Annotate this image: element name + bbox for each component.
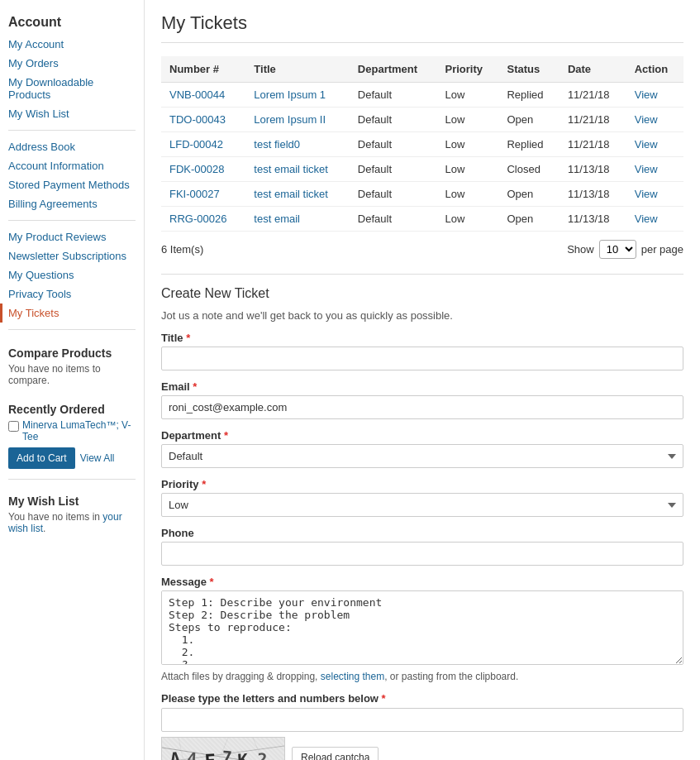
ticket-department: Default [350, 83, 437, 108]
email-input[interactable] [161, 395, 683, 419]
sidebar-item-address-book[interactable]: Address Book [0, 137, 144, 156]
view-link[interactable]: View [635, 113, 658, 126]
ticket-title[interactable]: test email ticket [245, 157, 350, 182]
table-row: LFD-00042test field0DefaultLowReplied11/… [161, 132, 683, 157]
recently-ordered-item: Minerva LumaTech™; V-Tee [8, 419, 136, 442]
ticket-date: 11/21/18 [560, 132, 626, 157]
view-all-link[interactable]: View All [80, 452, 115, 464]
captcha-image: A 4 F 7 K 2 [161, 737, 285, 760]
wishlist-empty-suffix: . [43, 523, 45, 534]
page-title: My Tickets [161, 12, 683, 43]
sidebar-item-account-information[interactable]: Account Information [0, 156, 144, 175]
sidebar-item-my-questions[interactable]: My Questions [0, 265, 144, 284]
view-link[interactable]: View [635, 138, 658, 151]
ticket-title[interactable]: test field0 [245, 132, 350, 157]
sidebar-divider3 [8, 329, 136, 330]
col-date: Date [560, 56, 626, 83]
compare-products-section: Compare Products You have no items to co… [0, 337, 144, 394]
title-field-group: Title * [161, 332, 683, 370]
attach-note: Attach files by dragging & dropping, sel… [161, 671, 683, 682]
message-textarea[interactable] [161, 590, 683, 665]
department-select[interactable]: Default [161, 444, 683, 468]
sidebar-item-privacy-tools[interactable]: Privacy Tools [0, 284, 144, 304]
phone-input[interactable] [161, 542, 683, 566]
ticket-title[interactable]: test email [245, 207, 350, 232]
ticket-department: Default [350, 132, 437, 157]
view-link[interactable]: View [635, 88, 658, 101]
create-ticket-title: Create New Ticket [161, 286, 683, 301]
tickets-table-head: Number #TitleDepartmentPriorityStatusDat… [161, 56, 683, 83]
ticket-number[interactable]: FDK-00028 [161, 157, 245, 182]
compare-products-empty: You have no items to compare. [8, 363, 136, 386]
reload-captcha-button[interactable]: Reload captcha [292, 747, 379, 760]
sidebar-item-newsletter-subscriptions[interactable]: Newsletter Subscriptions [0, 246, 144, 265]
sidebar-item-stored-payment-methods[interactable]: Stored Payment Methods [0, 175, 144, 194]
add-to-cart-button[interactable]: Add to Cart [8, 447, 75, 469]
account-title: Account [8, 15, 136, 30]
sidebar-item-my-wish-list[interactable]: My Wish List [0, 104, 144, 123]
ticket-status: Replied [498, 132, 559, 157]
priority-field-group: Priority * LowMediumHigh [161, 478, 683, 517]
sidebar-item-my-product-reviews[interactable]: My Product Reviews [0, 227, 144, 246]
ticket-priority: Low [436, 132, 498, 157]
sidebar-divider4 [8, 479, 136, 480]
ticket-department: Default [350, 157, 437, 182]
wishlist-empty-prefix: You have no items in [8, 511, 102, 523]
pagination-row: 6 Item(s) Show 102050 per page [161, 240, 683, 259]
ticket-priority: Low [436, 182, 498, 207]
ticket-number[interactable]: TDO-00043 [161, 108, 245, 132]
priority-label: Priority * [161, 478, 683, 490]
department-label: Department * [161, 429, 683, 442]
product-checkbox[interactable] [8, 421, 19, 432]
attach-select-link[interactable]: selecting them [321, 671, 384, 682]
ticket-priority: Low [436, 157, 498, 182]
table-row: RRG-00026test emailDefaultLowOpen11/13/1… [161, 207, 683, 232]
ticket-action[interactable]: View [626, 132, 683, 157]
recently-ordered-actions: Add to Cart View All [8, 447, 136, 469]
ticket-status: Replied [498, 83, 559, 108]
ticket-action[interactable]: View [626, 182, 683, 207]
ticket-number[interactable]: FKI-00027 [161, 182, 245, 207]
col-number-: Number # [161, 56, 245, 83]
captcha-input[interactable] [161, 708, 683, 732]
main-content: My Tickets Number #TitleDepartmentPriori… [145, 0, 700, 760]
wishlist-title: My Wish List [8, 495, 136, 508]
ticket-number[interactable]: RRG-00026 [161, 207, 245, 232]
department-required-marker: * [224, 429, 228, 442]
col-action: Action [626, 56, 683, 83]
title-input[interactable] [161, 347, 683, 370]
ticket-date: 11/13/18 [560, 182, 626, 207]
ticket-action[interactable]: View [626, 108, 683, 132]
ticket-date: 11/21/18 [560, 83, 626, 108]
per-page-select[interactable]: 102050 [599, 240, 636, 259]
ticket-department: Default [350, 207, 437, 232]
table-row: FDK-00028test email ticketDefaultLowClos… [161, 157, 683, 182]
message-required-marker: * [210, 576, 214, 588]
account-header: Account [0, 8, 144, 35]
sidebar-item-my-orders[interactable]: My Orders [0, 54, 144, 73]
sidebar-item-my-account[interactable]: My Account [0, 35, 144, 54]
col-title: Title [245, 56, 350, 83]
sidebar-item-my-downloadable-products[interactable]: My Downloadable Products [0, 73, 144, 104]
ticket-title[interactable]: test email ticket [245, 182, 350, 207]
per-page-label: per page [641, 243, 683, 256]
sidebar-divider2 [8, 220, 136, 221]
ticket-action[interactable]: View [626, 207, 683, 232]
ticket-action[interactable]: View [626, 83, 683, 108]
view-link[interactable]: View [635, 213, 658, 225]
ticket-status: Open [498, 207, 559, 232]
ticket-number[interactable]: LFD-00042 [161, 132, 245, 157]
sidebar-item-billing-agreements[interactable]: Billing Agreements [0, 194, 144, 213]
priority-select[interactable]: LowMediumHigh [161, 493, 683, 517]
view-link[interactable]: View [635, 163, 658, 175]
ticket-title[interactable]: Lorem Ipsum II [245, 108, 350, 132]
priority-required-marker: * [202, 478, 206, 490]
ticket-title[interactable]: Lorem Ipsum 1 [245, 83, 350, 108]
ticket-date: 11/13/18 [560, 207, 626, 232]
view-link[interactable]: View [635, 188, 658, 200]
ticket-priority: Low [436, 108, 498, 132]
wishlist-empty-text: You have no items in your wish list. [8, 511, 136, 534]
ticket-number[interactable]: VNB-00044 [161, 83, 245, 108]
ticket-action[interactable]: View [626, 157, 683, 182]
sidebar-item-my-tickets[interactable]: My Tickets [0, 304, 144, 323]
